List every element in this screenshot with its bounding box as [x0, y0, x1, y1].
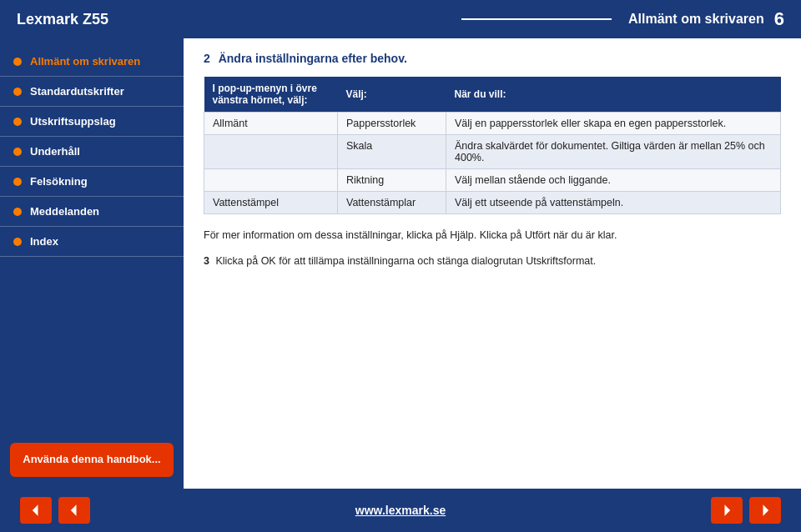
settings-table: I pop-up-menyn i övre vänstra hörnet, vä… [204, 77, 781, 214]
chapter-title: Allmänt om skrivaren [628, 12, 764, 27]
arrow-left-icon [28, 502, 44, 519]
header-divider [461, 18, 612, 20]
prev-button[interactable] [20, 497, 52, 524]
table-cell-col3-1: Ändra skalvärdet för dokumentet. Giltiga… [446, 135, 781, 169]
sidebar-label-standardutskrifter: Standardutskrifter [30, 85, 124, 98]
app-title: Lexmark Z55 [17, 11, 108, 28]
table-header-col1: I pop-up-menyn i övre vänstra hörnet, vä… [204, 77, 338, 113]
table-row: RiktningVälj mellan stående och liggande… [204, 169, 781, 192]
footer-url[interactable]: www.lexmark.se [355, 504, 446, 517]
step2-heading: 2 Ändra inställningarna efter behov. [204, 52, 781, 65]
table-cell-col3-0: Välj en pappersstorlek eller skapa en eg… [446, 113, 781, 135]
sidebar-item-underhall[interactable]: Underhåll [0, 137, 184, 167]
table-cell-col3-2: Välj mellan stående och liggande. [446, 169, 781, 192]
bullet-underhall [13, 148, 22, 156]
bullet-index [13, 238, 22, 246]
table-cell-col2-0: Pappersstorlek [338, 113, 446, 135]
sidebar-item-index[interactable]: Index [0, 227, 184, 257]
sidebar: Allmänt om skrivaren Standardutskrifter … [0, 38, 184, 489]
svg-marker-2 [725, 504, 731, 515]
next-button[interactable] [711, 497, 743, 524]
header-right: Allmänt om skrivaren 6 [461, 8, 784, 30]
svg-marker-3 [763, 504, 769, 515]
content-area: 2 Ändra inställningarna efter behov. I p… [184, 38, 801, 489]
sidebar-item-meddelanden[interactable]: Meddelanden [0, 197, 184, 227]
step2-number: 2 [204, 52, 210, 65]
arrow-right-icon [718, 502, 735, 519]
bullet-standardutskrifter [13, 88, 22, 96]
main-layout: Allmänt om skrivaren Standardutskrifter … [0, 38, 801, 489]
page-number: 6 [774, 8, 784, 30]
sidebar-label-meddelanden: Meddelanden [30, 205, 99, 218]
step3-description: Klicka på OK för att tillämpa inställnin… [215, 255, 596, 267]
table-cell-col3-3: Välj ett utseende på vattenstämpeln. [446, 192, 781, 214]
next-button2[interactable] [749, 497, 781, 524]
sidebar-item-felsokning[interactable]: Felsökning [0, 167, 184, 197]
footer-nav [20, 497, 90, 524]
table-cell-col1-3: Vattenstämpel [204, 192, 338, 214]
table-header-col2: Välj: [338, 77, 446, 113]
sidebar-label-index: Index [30, 235, 58, 248]
step2-text: Ändra inställningarna efter behov. [219, 52, 407, 65]
prev-button2[interactable] [58, 497, 90, 524]
sidebar-item-utskriftsuppslag[interactable]: Utskriftsuppslag [0, 107, 184, 137]
header: Lexmark Z55 Allmänt om skrivaren 6 [0, 0, 801, 38]
table-cell-col1-2 [204, 169, 338, 192]
sidebar-label-underhall: Underhåll [30, 145, 80, 158]
bullet-utskriftsuppslag [13, 118, 22, 126]
sidebar-label-allmant: Allmänt om skrivaren [30, 55, 140, 68]
bullet-allmant [13, 58, 22, 66]
table-header-col3: När du vill: [446, 77, 781, 113]
table-row: VattenstämpelVattenstämplarVälj ett utse… [204, 192, 781, 214]
table-cell-col2-3: Vattenstämplar [338, 192, 446, 214]
table-row: SkalaÄndra skalvärdet för dokumentet. Gi… [204, 135, 781, 169]
info-text: För mer information om dessa inställning… [204, 228, 781, 243]
table-cell-col1-1 [204, 135, 338, 169]
sidebar-item-allmant[interactable]: Allmänt om skrivaren [0, 47, 184, 77]
table-cell-col2-2: Riktning [338, 169, 446, 192]
use-handbook-button[interactable]: Använda denna handbok... [10, 443, 174, 477]
sidebar-label-utskriftsuppslag: Utskriftsuppslag [30, 115, 116, 128]
table-cell-col1-0: Allmänt [204, 113, 338, 135]
table-row: AllmäntPappersstorlekVälj en pappersstor… [204, 113, 781, 135]
sidebar-item-standardutskrifter[interactable]: Standardutskrifter [0, 77, 184, 107]
arrow-left2-icon [66, 502, 83, 519]
bullet-meddelanden [13, 208, 22, 216]
footer: www.lexmark.se [0, 489, 801, 532]
sidebar-bottom: Använda denna handbok... [0, 431, 184, 489]
sidebar-label-felsokning: Felsökning [30, 175, 88, 188]
footer-nav-right [711, 497, 781, 524]
svg-marker-0 [33, 504, 38, 515]
table-cell-col2-1: Skala [338, 135, 446, 169]
arrow-right2-icon [757, 502, 773, 519]
step3-number: 3 [204, 255, 209, 267]
bullet-felsokning [13, 178, 22, 186]
svg-marker-1 [71, 504, 77, 515]
step3-text: 3 Klicka på OK för att tillämpa inställn… [204, 253, 781, 269]
